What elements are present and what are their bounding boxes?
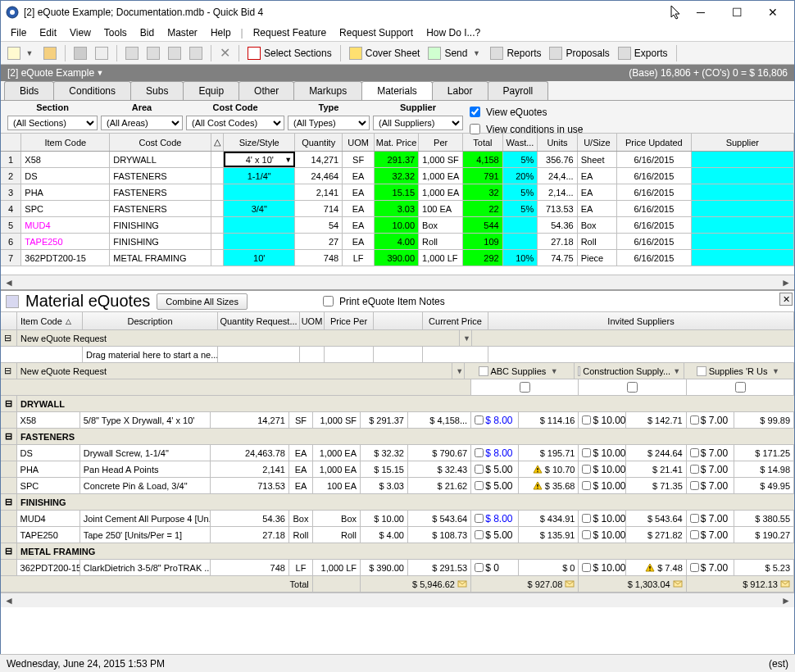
collapse-icon[interactable]: ⊟ — [1, 543, 17, 559]
reports-button[interactable]: Reports — [487, 45, 544, 61]
supplier-price[interactable]: $ 5.00 — [471, 461, 519, 477]
menu-requestfeature[interactable]: Request Feature — [247, 25, 333, 40]
cover-sheet-button[interactable]: Cover Sheet — [346, 45, 424, 61]
supplier-price[interactable]: $ 7.00 — [687, 412, 734, 428]
grid-col-Total[interactable]: Total — [463, 134, 502, 151]
print-notes-check[interactable]: Print eQuote Item Notes — [320, 293, 445, 309]
grid-row[interactable]: 6TAPE250FINISHING27EA4.00Roll10927.18Rol… — [1, 234, 794, 250]
supplier-price[interactable]: $ 8.00 — [471, 412, 519, 428]
supplier-check[interactable] — [579, 379, 686, 395]
supplier-price[interactable]: $ 10.00 — [579, 461, 626, 477]
group-header[interactable]: DRYWALL — [17, 396, 794, 411]
eq-item-row[interactable]: DSDrywall Screw, 1-1/4"24,463.78EA1,000 … — [1, 445, 794, 461]
filter-type-select[interactable]: (All Types) — [288, 116, 370, 130]
supplier-price[interactable]: $ 5.00 — [471, 478, 519, 493]
supplier-price[interactable]: $ 10.00 — [579, 412, 626, 428]
tab-markups[interactable]: Markups — [293, 81, 362, 100]
grid-row[interactable]: 7362PDT200-15METAL FRAMING10'748LF390.00… — [1, 250, 794, 266]
pane-close-button[interactable]: ✕ — [779, 293, 793, 306]
eq-item-row[interactable]: X585/8" Type X Drywall, 4' x 10'14,271SF… — [1, 412, 794, 429]
tab-equip[interactable]: Equip — [183, 81, 239, 100]
eq-item-row[interactable]: TAPE250Tape 250' [Units/Per = 1]27.18Rol… — [1, 527, 794, 543]
menu-howdoi[interactable]: How Do I...? — [420, 25, 487, 40]
menu-requestsupport[interactable]: Request Support — [333, 25, 420, 40]
open-button[interactable] — [40, 45, 60, 61]
group-header[interactable]: FINISHING — [17, 494, 794, 510]
cut-button[interactable] — [122, 45, 142, 61]
grid-row[interactable]: 5MUD4FINISHING54EA10.00Box54454.36Box6/1… — [1, 217, 794, 234]
supplier-price[interactable]: $ 7.00 — [687, 527, 734, 543]
grid-col-Price Updated[interactable]: Price Updated — [617, 134, 692, 151]
eq-col-header[interactable]: Item Code △ — [17, 312, 83, 329]
eq-item-row[interactable]: SPCConcrete Pin & Load, 3/4"713.53EA100 … — [1, 478, 794, 494]
group-header[interactable]: FASTENERS — [17, 429, 794, 444]
supplier-price[interactable]: $ 7.00 — [687, 560, 734, 575]
eq-col-header[interactable]: Description — [83, 312, 218, 329]
eq-scrollbar-h[interactable]: ◄► — [1, 593, 794, 607]
supplier-price[interactable]: $ 10.00 — [579, 478, 626, 493]
supplier-price[interactable]: $ 10.00 — [579, 560, 626, 575]
new-button[interactable]: ▼ — [4, 45, 39, 61]
grid-col-U/Size[interactable]: U/Size — [578, 134, 617, 151]
grid-col-Per[interactable]: Per — [419, 134, 463, 151]
eq-item-row[interactable]: 362PDT200-15ClarkDietrich 3-5/8" ProTRAK… — [1, 560, 794, 576]
collapse-icon[interactable]: ⊟ — [1, 429, 17, 444]
delete-button[interactable]: ✕ — [216, 43, 234, 62]
grid-col-Item Code[interactable]: Item Code — [21, 134, 110, 151]
collapse-icon[interactable]: ⊟ — [1, 363, 17, 379]
new-equote-request[interactable]: New eQuote Request — [17, 363, 452, 379]
menu-master[interactable]: Master — [161, 25, 204, 40]
copy-button[interactable] — [143, 45, 163, 61]
grid-col-sort[interactable] — [1, 134, 21, 151]
supplier-price[interactable]: $ 8.00 — [471, 511, 519, 526]
menu-file[interactable]: File — [4, 25, 33, 40]
proposals-button[interactable]: Proposals — [546, 45, 612, 61]
eq-col-header[interactable]: Price Per — [325, 312, 374, 329]
tab-payroll[interactable]: Payroll — [488, 81, 549, 100]
grid-col-Size/Style[interactable]: Size/Style — [224, 134, 295, 151]
minimize-button[interactable]: ─ — [684, 2, 717, 22]
eq-col-header[interactable]: UOM — [300, 312, 325, 329]
supplier-price[interactable]: $ 10.00 — [579, 445, 626, 461]
menu-view[interactable]: View — [63, 25, 98, 40]
eq-col-header[interactable]: Current Price — [423, 312, 488, 329]
eq-col-header[interactable] — [374, 312, 423, 329]
tab-labor[interactable]: Labor — [432, 81, 488, 100]
filter-section-select[interactable]: (All Sections) — [7, 116, 98, 130]
eq-col-header[interactable]: Quantity Request... — [218, 312, 300, 329]
grid-col-Mat. Price[interactable]: Mat. Price — [375, 134, 419, 151]
filter-area-select[interactable]: (All Areas) — [101, 116, 183, 130]
supplier-price[interactable]: $ 0 — [471, 560, 519, 575]
undo-button[interactable] — [186, 45, 206, 61]
tab-conditions[interactable]: Conditions — [53, 81, 131, 100]
filter-costcode-select[interactable]: (All Cost Codes) — [186, 116, 284, 130]
combine-sizes-button[interactable]: Combine All Sizes — [157, 293, 248, 310]
menu-tools[interactable]: Tools — [98, 25, 134, 40]
tab-bids[interactable]: Bids — [4, 81, 54, 100]
tab-subs[interactable]: Subs — [130, 81, 184, 100]
supplier-price[interactable]: $ 8.00 — [471, 445, 519, 461]
grid-row[interactable]: 1X58DRYWALL4' x 10'▼14,271SF291.371,000 … — [1, 152, 794, 168]
supplier-header[interactable]: Supplies 'R Us ▼ — [684, 363, 794, 379]
view-equotes-check[interactable]: View eQuotes — [466, 104, 584, 120]
send-button[interactable]: Send▼ — [425, 45, 485, 61]
group-header[interactable]: METAL FRAMING — [17, 543, 794, 559]
supplier-price[interactable]: $ 10.00 — [579, 527, 626, 543]
tab-materials[interactable]: Materials — [361, 81, 433, 100]
drag-hint[interactable]: Drag material here to start a ne... — [83, 347, 218, 362]
supplier-header[interactable]: Construction Supply... ▼ — [575, 363, 684, 379]
grid-col-Units[interactable]: Units — [538, 134, 577, 151]
supplier-price[interactable]: $ 7.00 — [687, 461, 734, 477]
eq-item-row[interactable]: PHAPan Head A Points2,141EA1,000 EA$ 15.… — [1, 461, 794, 478]
grid-col-sort[interactable]: △ — [211, 134, 225, 151]
scrollbar-h[interactable]: ◄► — [1, 275, 794, 289]
context-bid-name[interactable]: [2] eQuote Example — [7, 67, 94, 79]
print-preview-button[interactable] — [92, 45, 111, 61]
eq-item-row[interactable]: MUD4Joint Cement All Purpose 4 [Un...54.… — [1, 511, 794, 527]
select-sections-button[interactable]: Select Sections — [244, 45, 335, 61]
menu-edit[interactable]: Edit — [33, 25, 63, 40]
paste-button[interactable] — [165, 45, 184, 61]
print-button[interactable] — [70, 45, 90, 61]
grid-col-Wast...[interactable]: Wast... — [503, 134, 538, 151]
supplier-price[interactable]: $ 7.00 — [687, 511, 734, 526]
